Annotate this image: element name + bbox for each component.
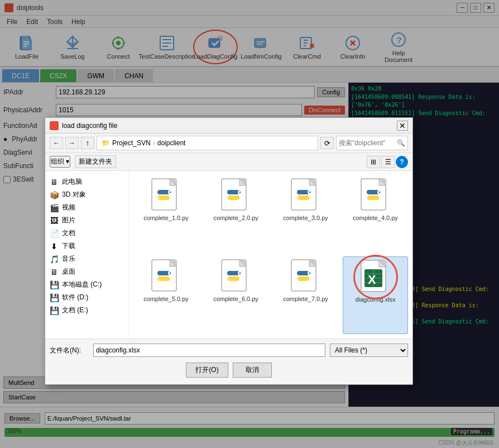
svg-point-94 — [309, 273, 310, 274]
help-button[interactable]: ? — [396, 156, 408, 168]
file-label-complete4: complete_4.0.py — [353, 215, 398, 221]
computer-label: 此电脑 — [62, 177, 82, 187]
downloads-label: 下载 — [62, 241, 75, 251]
sidebar-drive-c[interactable]: 💾 本地磁盘 (C:) — [45, 278, 128, 291]
svg-point-49 — [239, 192, 241, 193]
dialog-close-button[interactable]: ✕ — [397, 121, 408, 131]
file-label-diagconfig: diagconfig.xlsx — [355, 296, 395, 303]
dialog-toolbar: 组织 ▾ 新建文件夹 ⊞ ☰ ? — [45, 153, 412, 171]
svg-point-77 — [157, 278, 159, 280]
sidebar-music[interactable]: 🎵 音乐 — [45, 252, 128, 265]
drive-d-label: 软件 (D:) — [62, 293, 88, 302]
dialog-body: 🖥 此电脑 📦 3D 对象 🎬 视频 🖼 图片 📄 文档 ⬇ 下载 — [45, 171, 412, 339]
search-box: 🔍 — [336, 136, 408, 150]
filename-input[interactable] — [93, 344, 325, 357]
svg-rect-46 — [227, 196, 239, 200]
filename-label: 文件名(N): — [50, 346, 89, 355]
new-folder-button[interactable]: 新建文件夹 — [75, 155, 116, 168]
breadcrumb-sep: › — [153, 139, 155, 147]
svg-point-95 — [296, 278, 298, 280]
svg-rect-36 — [157, 190, 170, 194]
svg-rect-90 — [297, 271, 309, 275]
file-item-complete6[interactable]: complete_6.0.py — [203, 256, 268, 334]
sidebar-drive-e[interactable]: 💾 文档 (E:) — [45, 304, 128, 317]
svg-rect-45 — [227, 190, 239, 194]
sidebar-pictures[interactable]: 🖼 图片 — [45, 214, 128, 227]
svg-point-86 — [227, 278, 228, 280]
pictures-icon: 🖼 — [50, 216, 59, 225]
open-button[interactable]: 打开(O) — [186, 363, 228, 378]
breadcrumb-icon: 📁 — [102, 139, 110, 147]
file-item-complete4[interactable]: complete_4.0.py — [343, 175, 408, 252]
organize-button[interactable]: 组织 ▾ — [50, 156, 70, 168]
file-item-complete3[interactable]: complete_3.0.py — [273, 175, 338, 252]
sidebar-desktop[interactable]: 🖥 桌面 — [45, 265, 128, 278]
downloads-icon: ⬇ — [50, 242, 59, 251]
svg-point-59 — [296, 197, 298, 199]
file-item-diagconfig[interactable]: X diagconfig.xlsx — [343, 256, 408, 334]
file-item-complete7[interactable]: complete_7.0.py — [273, 256, 338, 334]
svg-rect-54 — [297, 190, 309, 194]
dialog-actions: 打开(O) 取消 — [50, 360, 408, 380]
view-controls: ⊞ ☰ ? — [367, 156, 408, 168]
svg-point-67 — [378, 192, 380, 193]
file-icon-complete7 — [288, 259, 324, 294]
music-icon: 🎵 — [50, 255, 59, 264]
documents-label: 文档 — [62, 228, 75, 238]
svg-rect-73 — [157, 277, 170, 281]
video-icon: 🎬 — [50, 203, 59, 212]
svg-rect-37 — [157, 196, 170, 200]
file-icon-complete4 — [358, 178, 394, 213]
file-item-complete2[interactable]: complete_2.0.py — [203, 175, 268, 252]
drive-e-icon: 💾 — [50, 306, 59, 315]
sidebar-documents[interactable]: 📄 文档 — [45, 227, 128, 240]
sidebar-downloads[interactable]: ⬇ 下载 — [45, 240, 128, 252]
cancel-button[interactable]: 取消 — [233, 363, 272, 378]
nav-up-button[interactable]: ↑ — [81, 137, 94, 149]
desktop-icon: 🖥 — [50, 268, 59, 277]
file-icon-complete1 — [148, 178, 184, 213]
svg-point-50 — [227, 197, 228, 199]
file-icon-complete5 — [148, 259, 184, 294]
file-icon-complete6 — [218, 259, 254, 294]
file-content: complete_1.0.py compl — [129, 171, 412, 339]
view-grid-button[interactable]: ⊞ — [367, 156, 380, 168]
sidebar-computer[interactable]: 🖥 此电脑 — [45, 175, 128, 188]
search-input[interactable] — [339, 139, 395, 147]
file-item-complete1[interactable]: complete_1.0.py — [133, 175, 199, 252]
svg-point-58 — [309, 192, 310, 193]
filetype-dropdown[interactable]: All Files (*) — [330, 344, 408, 357]
dialog-nav: ← → ↑ 📁 Project_SVN › doipclient ⟳ 🔍 — [45, 134, 412, 153]
svg-point-41 — [157, 197, 159, 199]
music-label: 音乐 — [62, 254, 75, 264]
svg-point-85 — [239, 273, 241, 274]
file-label-complete5: complete_5.0.py — [143, 296, 189, 302]
3d-label: 3D 对象 — [62, 190, 86, 199]
video-label: 视频 — [62, 203, 75, 212]
sidebar-drive-d[interactable]: 💾 软件 (D:) — [45, 291, 128, 304]
svg-point-76 — [169, 273, 171, 274]
breadcrumb-part1: Project_SVN — [112, 139, 151, 147]
svg-rect-91 — [297, 277, 309, 281]
nav-refresh-button[interactable]: ⟳ — [320, 137, 334, 149]
svg-text:X: X — [368, 273, 376, 287]
file-icon-diagconfig: X — [358, 259, 394, 295]
svg-rect-72 — [157, 271, 170, 275]
svg-point-40 — [169, 192, 171, 193]
svg-rect-55 — [297, 196, 309, 200]
file-item-complete5[interactable]: complete_5.0.py — [133, 256, 199, 334]
nav-back-button[interactable]: ← — [50, 137, 63, 149]
file-label-complete2: complete_2.0.py — [213, 215, 258, 221]
file-dialog: load diagconfig file ✕ ← → ↑ 📁 Project_S… — [45, 117, 413, 385]
dialog-sidebar: 🖥 此电脑 📦 3D 对象 🎬 视频 🖼 图片 📄 文档 ⬇ 下载 — [45, 171, 129, 339]
breadcrumb: 📁 Project_SVN › doipclient — [97, 136, 318, 150]
sidebar-3d[interactable]: 📦 3D 对象 — [45, 188, 128, 201]
nav-forward-button[interactable]: → — [65, 137, 79, 149]
view-list-button[interactable]: ☰ — [381, 156, 395, 168]
breadcrumb-part2: doipclient — [157, 139, 186, 147]
computer-icon: 🖥 — [50, 178, 59, 187]
sidebar-video[interactable]: 🎬 视频 — [45, 201, 128, 214]
svg-point-68 — [366, 197, 368, 199]
drive-c-icon: 💾 — [50, 280, 59, 289]
svg-rect-63 — [367, 190, 379, 194]
